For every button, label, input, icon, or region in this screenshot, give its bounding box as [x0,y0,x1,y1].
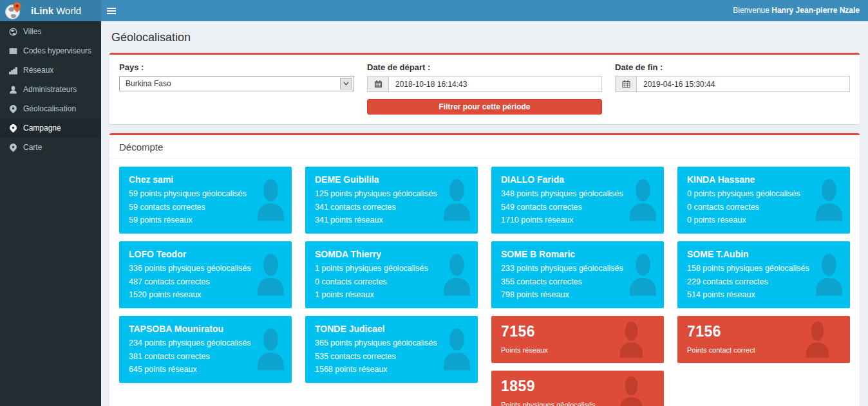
globe-icon [8,27,17,36]
user-name: Hanry Jean-pierre Nzale [771,6,860,15]
date-start-group [367,76,602,92]
welcome-message: Bienvenue Hanry Jean-pierre Nzale [733,0,860,21]
country-select[interactable]: Burkina Faso [119,76,354,91]
globe-pin-logo-icon [5,1,22,20]
map-marker-icon [8,143,17,152]
main-content: Géolocalisation Pays : Burkina Faso Date… [101,21,868,406]
card-column: DIALLO Farida 348 points physiques géolo… [491,167,664,406]
brand-name: iLink World [31,5,81,16]
filter-period-button[interactable]: Filtrer pour cette période [367,99,602,115]
person-icon [814,175,844,225]
sidebar-item-geolocalisation[interactable]: Géolocalisation [0,99,101,118]
country-label: Pays : [119,62,354,72]
sidebar-item-villes[interactable]: Villes [0,22,101,41]
page-title: Géolocalisation [111,31,860,44]
agent-card: TAPSOBA Mouniratou 234 points physiques … [119,316,292,383]
country-select-value: Burkina Faso [126,79,171,88]
sidebar-item-codes-hyperviseurs[interactable]: Codes hyperviseurs [0,41,101,60]
sidebar-item-carte[interactable]: Carte [0,138,101,157]
agent-card: SOME B Romaric 233 points physiques géol… [491,241,664,308]
sidebar: iLink World Villes Codes hyperviseurs Ré… [0,0,101,406]
calendar-icon [367,76,388,92]
person-icon [256,324,286,374]
person-icon [256,175,286,225]
agent-card: DIALLO Farida 348 points physiques géolo… [491,167,664,234]
agent-card: KINDA Hassane 0 points physiques géoloca… [677,167,850,234]
card-column: Chez sami 59 points physiques géolocalis… [119,167,292,391]
date-start-input[interactable] [388,76,602,92]
person-icon [618,321,645,358]
calendar-icon [615,76,636,92]
app-logo[interactable]: iLink World [0,0,101,21]
sidebar-toggle-button[interactable] [101,0,122,21]
person-icon [256,250,286,299]
map-marker-icon [8,124,17,133]
person-icon [814,250,844,299]
agent-card: SOMDA Thierry 1 points physiques géoloca… [305,241,478,308]
person-icon [628,250,658,299]
card-column: DEME Guibilila 125 points physiques géol… [305,167,478,391]
person-icon [442,324,472,374]
agent-card: TONDE Judicael 365 points physiques géol… [305,316,478,383]
person-icon [804,321,831,358]
filter-panel: Pays : Burkina Faso Date de départ : [109,53,860,124]
sidebar-menu: Villes Codes hyperviseurs Réseaux Admini… [0,21,101,157]
hamburger-icon [107,8,116,9]
agent-card: DEME Guibilila 125 points physiques géol… [305,167,478,234]
person-icon [628,175,658,225]
sidebar-item-reseaux[interactable]: Réseaux [0,60,101,80]
decompte-panel: Décompte Chez sami 59 points physiques g… [109,133,860,406]
agent-card: Chez sami 59 points physiques géolocalis… [119,167,292,234]
person-icon [8,85,17,94]
decompte-title: Décompte [109,135,860,159]
summary-card: 1859 Points physiques géolocalisés [491,371,664,406]
summary-card: 7156 Points contact correct [677,316,850,363]
agent-card: SOME T.Aubin 158 points physiques géoloc… [677,241,850,308]
signal-bars-icon [8,66,17,75]
date-end-label: Date de fin : [615,62,850,72]
date-end-group [615,76,850,92]
top-navbar: Bienvenue Hanry Jean-pierre Nzale [101,0,868,21]
card-column: KINDA Hassane 0 points physiques géoloca… [677,167,850,371]
summary-card: 7156 Points réseaux [491,316,664,363]
map-marker-icon [8,104,17,113]
chevron-down-icon[interactable] [340,78,352,89]
barcode-icon [8,46,17,55]
person-icon [442,175,472,225]
person-icon [442,250,472,299]
date-start-label: Date de départ : [367,62,602,72]
person-icon [618,376,645,406]
sidebar-item-campagne[interactable]: Campagne [0,118,101,138]
agent-card: LOFO Teodor 336 points physiques géoloca… [119,241,292,308]
date-end-input[interactable] [636,76,850,92]
decompte-body: Chez sami 59 points physiques géolocalis… [109,159,860,406]
sidebar-item-administrateurs[interactable]: Administrateurs [0,80,101,99]
